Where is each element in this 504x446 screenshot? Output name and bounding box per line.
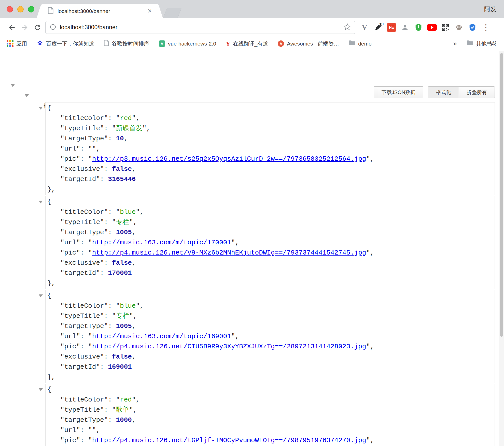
bookmark-item-youdao[interactable]: Y 在线翻译_有道 bbox=[226, 40, 268, 47]
youdao-icon: Y bbox=[226, 40, 230, 47]
minimize-window-button[interactable] bbox=[17, 6, 24, 12]
json-token: " bbox=[132, 396, 136, 404]
scrollbar[interactable] bbox=[499, 51, 504, 446]
fe-extension-icon[interactable]: FE bbox=[386, 22, 397, 33]
tab-close-icon[interactable]: × bbox=[148, 8, 152, 14]
json-token: " bbox=[60, 239, 64, 246]
json-token: ": bbox=[96, 363, 108, 371]
json-token: , bbox=[132, 259, 136, 267]
collapse-toggle-icon[interactable] bbox=[39, 107, 43, 110]
browser-menu-icon[interactable]: ⋮ bbox=[481, 22, 491, 33]
json-object: {"titleColor": "red","typeTitle": "新碟首发"… bbox=[45, 102, 495, 195]
vimium-icon[interactable]: V bbox=[359, 22, 370, 33]
bookmark-item-demo[interactable]: demo bbox=[349, 40, 372, 47]
json-token: " bbox=[60, 269, 64, 277]
bookmark-label: vue-hackernews-2.0 bbox=[168, 41, 216, 47]
bookmark-item-awesomes[interactable]: A Awesomes - 前端资… bbox=[278, 40, 339, 47]
page-icon bbox=[104, 40, 109, 47]
youtube-icon[interactable] bbox=[427, 22, 437, 33]
collapse-toggle-icon[interactable] bbox=[11, 84, 15, 87]
qr-code-icon[interactable] bbox=[440, 22, 451, 33]
close-window-button[interactable] bbox=[7, 6, 13, 12]
json-token: { bbox=[47, 292, 51, 300]
json-line: "url": "", bbox=[46, 144, 495, 154]
json-token: " bbox=[88, 145, 92, 153]
collapse-toggle-icon[interactable] bbox=[39, 201, 43, 203]
baidu-paw-icon bbox=[37, 40, 43, 48]
json-token: , bbox=[370, 155, 374, 163]
json-line: "titleColor": "red", bbox=[46, 395, 495, 405]
json-boolean-value: false bbox=[112, 165, 132, 173]
json-token: " bbox=[60, 145, 64, 153]
people-icon[interactable] bbox=[400, 22, 410, 33]
paw-print-icon[interactable] bbox=[454, 22, 464, 33]
scrollbar-thumb[interactable] bbox=[500, 53, 503, 337]
json-link-value[interactable]: http://p3.music.126.net/s25q2x5QyqsAzilC… bbox=[92, 155, 366, 163]
bookmark-item-google-sort[interactable]: 谷歌按时间排序 bbox=[104, 40, 149, 47]
json-key: titleColor bbox=[64, 208, 104, 216]
forward-button[interactable] bbox=[18, 21, 31, 34]
json-token: ": bbox=[104, 416, 116, 424]
back-button[interactable] bbox=[6, 21, 18, 34]
json-link-value[interactable]: http://p4.music.126.net/V9-MXz6b2MNhEKju… bbox=[92, 249, 366, 257]
json-token: " bbox=[88, 333, 92, 340]
json-line: "exclusive": false, bbox=[46, 164, 495, 174]
json-boolean-value: false bbox=[112, 353, 132, 361]
json-link-value[interactable]: http://p4.music.126.net/CTU5B9R9y3XyYBZX… bbox=[92, 343, 366, 350]
json-string-value: blue bbox=[120, 208, 136, 216]
other-bookmarks[interactable]: 其他书签 bbox=[467, 40, 497, 47]
json-key: targetType bbox=[64, 135, 104, 142]
url-text[interactable]: localhost:3000/banner bbox=[60, 24, 344, 31]
json-line: "pic": "http://p3.music.126.net/s25q2x5Q… bbox=[46, 154, 495, 164]
bookmark-item-vue-hackernews[interactable]: V vue-hackernews-2.0 bbox=[159, 40, 216, 47]
json-string-value: blue bbox=[120, 302, 136, 310]
json-key: targetId bbox=[64, 363, 96, 371]
json-line: "titleColor": "blue", bbox=[46, 207, 495, 217]
json-key: exclusive bbox=[64, 259, 100, 267]
page-info-icon[interactable] bbox=[50, 24, 56, 31]
bookmark-item-apps[interactable]: 应用 bbox=[7, 40, 27, 47]
json-token: " bbox=[231, 333, 235, 340]
browser-tab[interactable]: localhost:3000/banner × bbox=[43, 4, 157, 18]
json-line: "pic": "http://p4.music.126.net/V9-MXz6b… bbox=[46, 248, 495, 258]
zoom-window-button[interactable] bbox=[28, 6, 34, 12]
blue-shield-check-icon[interactable] bbox=[467, 22, 478, 33]
json-line: "url": "http://music.163.com/m/topic/170… bbox=[46, 237, 495, 248]
json-token: ": bbox=[104, 208, 116, 216]
json-token: " bbox=[60, 125, 64, 132]
json-key: targetType bbox=[64, 416, 104, 424]
translate-pen-icon[interactable]: en bbox=[373, 22, 383, 33]
new-tab-button[interactable] bbox=[163, 8, 182, 18]
json-key: url bbox=[64, 145, 76, 153]
json-line: "pic": "http://p4.music.126.net/CTU5B9R9… bbox=[46, 341, 495, 352]
json-token: " bbox=[60, 208, 64, 216]
json-token: " bbox=[136, 302, 140, 310]
json-line: "exclusive": false, bbox=[46, 258, 495, 268]
bookmark-item-baidu[interactable]: 百度一下，你就知道 bbox=[37, 40, 94, 48]
bookmarks-overflow-chevron[interactable]: » bbox=[453, 40, 457, 48]
json-token: ": bbox=[96, 175, 108, 183]
vue-icon: V bbox=[159, 40, 165, 47]
json-token: " bbox=[60, 249, 64, 257]
green-shield-icon[interactable]: T bbox=[413, 22, 424, 33]
tab-title: localhost:3000/banner bbox=[58, 8, 144, 14]
json-link-value[interactable]: http://music.163.com/m/topic/170001 bbox=[92, 239, 231, 246]
json-string-value: 专栏 bbox=[116, 218, 129, 226]
json-key: pic bbox=[64, 155, 76, 163]
collapse-toggle-icon[interactable] bbox=[25, 94, 29, 97]
collapse-toggle-icon[interactable] bbox=[39, 294, 43, 297]
json-key: url bbox=[64, 426, 76, 434]
json-key: typeTitle bbox=[64, 218, 100, 226]
json-token: ": bbox=[100, 353, 112, 361]
json-link-value[interactable]: http://music.163.com/m/topic/169001 bbox=[92, 333, 231, 340]
json-line: { bbox=[46, 197, 495, 207]
json-token: }, bbox=[47, 279, 55, 287]
json-token: ": bbox=[96, 269, 108, 277]
profile-name[interactable]: 阿发 bbox=[484, 0, 496, 18]
json-object: {"titleColor": "blue","typeTitle": "专栏",… bbox=[45, 290, 495, 383]
bookmark-star-icon[interactable] bbox=[344, 23, 351, 32]
reload-button[interactable] bbox=[31, 21, 44, 34]
collapse-toggle-icon[interactable] bbox=[39, 388, 43, 391]
address-bar[interactable]: localhost:3000/banner bbox=[45, 21, 355, 34]
json-link-value[interactable]: http://p4.music.126.net/tGPljf-IMOCyPvum… bbox=[92, 437, 366, 444]
